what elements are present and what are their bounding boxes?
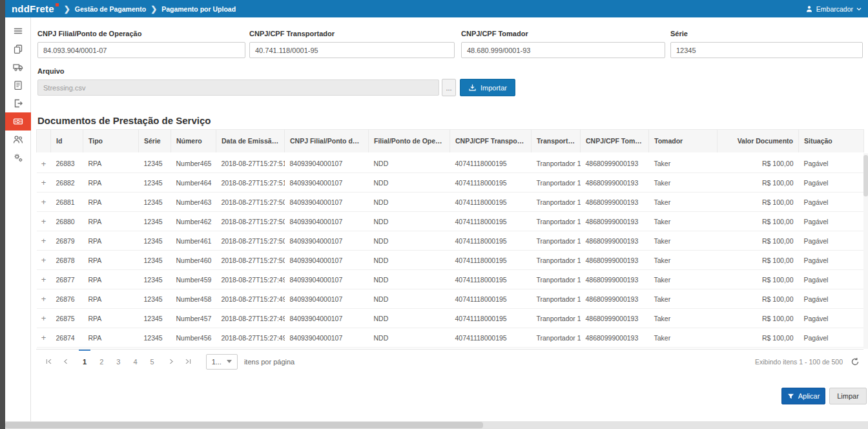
cell-cnpj-filial: 84093904000107 [285, 251, 369, 270]
page-size-value: 1... [212, 358, 222, 366]
breadcrumb-item-upload[interactable]: Pagamento por Upload [161, 5, 236, 13]
cell-tomador: Taker [649, 231, 718, 251]
cell-transportador: Tranportador 1 [532, 193, 581, 212]
clear-button[interactable]: Limpar [829, 388, 867, 404]
cell-cnpj-transportador: 40741118000195 [450, 212, 532, 231]
cell-data-emissao: 2018-08-27T15:27:51.257 [216, 173, 285, 193]
cell-valor: R$ 100,00 [718, 173, 799, 193]
cell-filial: NDD [369, 173, 450, 193]
menu-icon [13, 26, 23, 36]
sidebar-item-documents[interactable] [5, 40, 31, 58]
import-button[interactable]: Importar [460, 79, 515, 96]
cell-cnpj-transportador: 40741118000195 [450, 154, 532, 173]
header-tomador[interactable]: Tomador [649, 130, 718, 154]
expand-row-button[interactable]: + [37, 154, 51, 173]
cnpj-filial-input[interactable] [37, 42, 245, 58]
page-size-select[interactable]: 1... [206, 354, 238, 370]
cell-numero: Number461 [171, 231, 216, 251]
header-cnpj-transportador[interactable]: CNPJ/CPF Transportador [450, 130, 532, 154]
cnpj-tomador-input[interactable] [461, 42, 665, 58]
download-icon [468, 83, 477, 92]
header-id[interactable]: Id [51, 130, 83, 154]
sidebar-item-freight[interactable] [5, 58, 31, 76]
sidebar-item-export[interactable] [5, 94, 31, 112]
expand-row-button[interactable]: + [37, 328, 51, 348]
header-tipo[interactable]: Tipo [83, 130, 139, 154]
serie-input[interactable] [670, 42, 863, 58]
expand-row-button[interactable]: + [37, 270, 51, 289]
cell-cnpj-filial: 84093904000107 [285, 289, 369, 309]
cell-serie: 12345 [139, 154, 171, 173]
cell-transportador: Tranportador 1 [532, 154, 581, 173]
expand-row-button[interactable]: + [37, 193, 51, 212]
table-row: + 26876 RPA 12345 Number458 2018-08-27T1… [37, 289, 864, 309]
expand-row-button[interactable]: + [37, 173, 51, 193]
cnpj-transportador-input[interactable] [249, 42, 455, 58]
user-menu[interactable]: Embarcador [805, 5, 862, 13]
apply-button[interactable]: Aplicar [781, 388, 825, 404]
cell-id: 26874 [51, 328, 83, 348]
header-serie[interactable]: Série [139, 130, 171, 154]
header-numero[interactable]: Número [171, 130, 216, 154]
next-page-button[interactable] [163, 350, 180, 373]
scrollbar-thumb[interactable] [5, 422, 483, 428]
cell-filial: NDD [369, 154, 450, 173]
prev-page-button[interactable] [57, 350, 74, 373]
sidebar-item-menu[interactable] [5, 22, 31, 40]
page-size-label: itens por página [244, 358, 294, 366]
pager-page-4[interactable]: 4 [127, 350, 143, 373]
sidebar-item-payment[interactable] [5, 112, 31, 131]
caret-down-icon [227, 360, 232, 363]
pager-page-5[interactable]: 5 [144, 350, 161, 373]
cell-transportador: Tranportador 1 [532, 270, 581, 289]
browse-file-button[interactable]: ... [442, 79, 456, 96]
expand-row-button[interactable]: + [37, 289, 51, 309]
cell-tipo: RPA [83, 289, 139, 309]
cell-tomador: Taker [649, 328, 718, 348]
cell-cnpj-tomador: 48680999000193 [581, 231, 649, 251]
cell-numero: Number456 [171, 328, 216, 348]
header-situacao[interactable]: Situação [799, 130, 864, 154]
breadcrumb-item-gestao[interactable]: Gestão de Pagamento [75, 5, 146, 13]
cell-situacao: Pagável [799, 231, 864, 251]
header-cnpj-tomador[interactable]: CNPJ/CPF Tomador [581, 130, 649, 154]
pager-page-2[interactable]: 2 [93, 350, 110, 373]
arquivo-label: Arquivo [37, 67, 439, 75]
pager-page-3[interactable]: 3 [110, 350, 127, 373]
last-page-button[interactable] [180, 350, 197, 373]
header-valor[interactable]: Valor Documento [718, 130, 799, 154]
cell-serie: 12345 [139, 212, 171, 231]
cell-filial: NDD [369, 270, 450, 289]
cell-id: 26877 [51, 270, 83, 289]
sidebar-item-users[interactable] [5, 131, 31, 149]
app-logo[interactable]: nddFrete [12, 3, 59, 14]
header-data-emissao[interactable]: Data de Emissão↓ [216, 130, 285, 154]
table-body: + 26883 RPA 12345 Number465 2018-08-27T1… [37, 154, 864, 348]
cell-transportador: Tranportador 1 [532, 173, 581, 193]
header-transportador[interactable]: Transportador [532, 130, 581, 154]
header-filial[interactable]: Filial/Ponto de Operação [369, 130, 450, 154]
cell-data-emissao: 2018-08-27T15:27:49.1 [216, 328, 285, 348]
refresh-button[interactable] [851, 357, 860, 366]
serie-field: Série [670, 30, 863, 58]
cell-cnpj-filial: 84093904000107 [285, 154, 369, 173]
grid-vertical-scrollbar[interactable] [863, 153, 868, 349]
expand-row-button[interactable]: + [37, 251, 51, 270]
sidebar-item-invoices[interactable] [5, 76, 31, 94]
expand-row-button[interactable]: + [37, 231, 51, 251]
cnpj-filial-label: CNPJ Filial/Ponto de Operação [37, 30, 245, 37]
first-page-button[interactable] [40, 350, 57, 373]
cell-serie: 12345 [139, 231, 171, 251]
expand-row-button[interactable]: + [37, 212, 51, 231]
scrollbar-thumb[interactable] [863, 155, 868, 196]
cell-valor: R$ 100,00 [718, 212, 799, 231]
expand-row-button[interactable]: + [37, 309, 51, 328]
cell-situacao: Pagável [799, 289, 864, 309]
cell-cnpj-tomador: 48680999000193 [581, 270, 649, 289]
pager-page-1[interactable]: 1 [76, 350, 93, 373]
filter-icon [787, 393, 794, 400]
cell-tomador: Taker [649, 270, 718, 289]
horizontal-scrollbar[interactable] [5, 421, 868, 429]
sidebar-item-settings[interactable] [5, 149, 31, 167]
header-cnpj-filial[interactable]: CNPJ Filial/Ponto de Operaç... [285, 130, 369, 154]
